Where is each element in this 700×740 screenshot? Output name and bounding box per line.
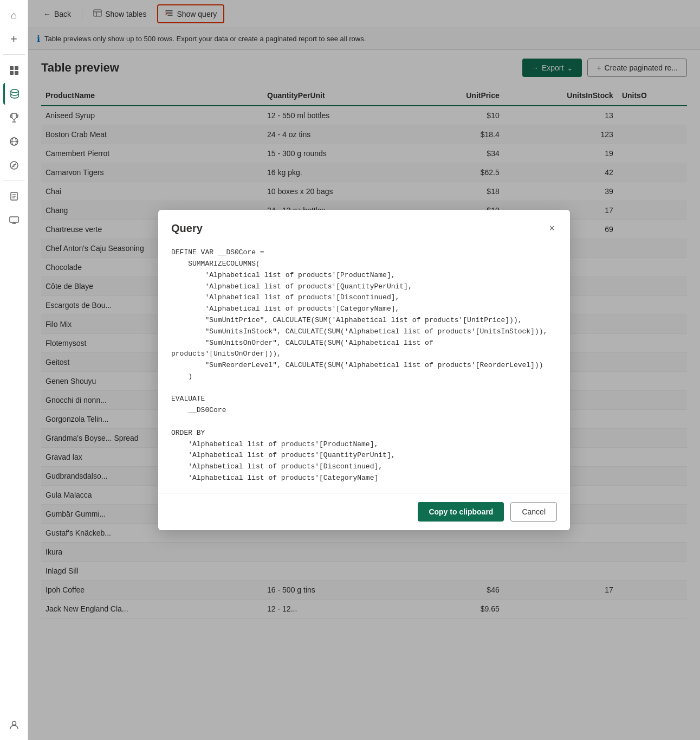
- svg-rect-3: [15, 71, 18, 75]
- modal-close-button[interactable]: ×: [547, 221, 557, 236]
- modal-title: Query: [171, 222, 203, 235]
- modal-footer: Copy to clipboard Cancel: [158, 493, 570, 530]
- svg-rect-0: [10, 66, 14, 70]
- pages-icon[interactable]: [3, 59, 25, 81]
- svg-rect-1: [15, 66, 18, 70]
- main-content: ← Back Show tables Show query ℹ Table pr…: [28, 0, 700, 740]
- svg-rect-13: [10, 217, 18, 222]
- trophy-icon[interactable]: [3, 107, 25, 128]
- sidebar-divider-2: [3, 181, 25, 181]
- sidebar: ⌂ +: [0, 0, 28, 740]
- copy-to-clipboard-button[interactable]: Copy to clipboard: [418, 502, 504, 522]
- person-icon[interactable]: [3, 714, 25, 736]
- svg-point-4: [11, 89, 18, 93]
- query-code: DEFINE VAR __DS0Core = SUMMARIZECOLUMNS(…: [171, 247, 557, 484]
- explore-icon[interactable]: [3, 155, 25, 176]
- svg-point-8: [10, 162, 18, 169]
- plus-icon[interactable]: +: [3, 28, 25, 50]
- modal-body: DEFINE VAR __DS0Core = SUMMARIZECOLUMNS(…: [158, 243, 570, 493]
- data-icon[interactable]: [3, 83, 25, 105]
- monitor-icon[interactable]: [3, 209, 25, 231]
- svg-point-14: [12, 722, 16, 725]
- book-icon[interactable]: [3, 185, 25, 207]
- home-icon[interactable]: ⌂: [3, 4, 25, 26]
- query-modal: Query × DEFINE VAR __DS0Core = SUMMARIZE…: [158, 210, 570, 530]
- modal-overlay[interactable]: Query × DEFINE VAR __DS0Core = SUMMARIZE…: [28, 0, 700, 740]
- cancel-button[interactable]: Cancel: [510, 502, 557, 522]
- model-icon[interactable]: [3, 131, 25, 152]
- sidebar-divider-1: [3, 54, 25, 55]
- svg-rect-2: [10, 71, 14, 75]
- modal-header: Query ×: [158, 210, 570, 243]
